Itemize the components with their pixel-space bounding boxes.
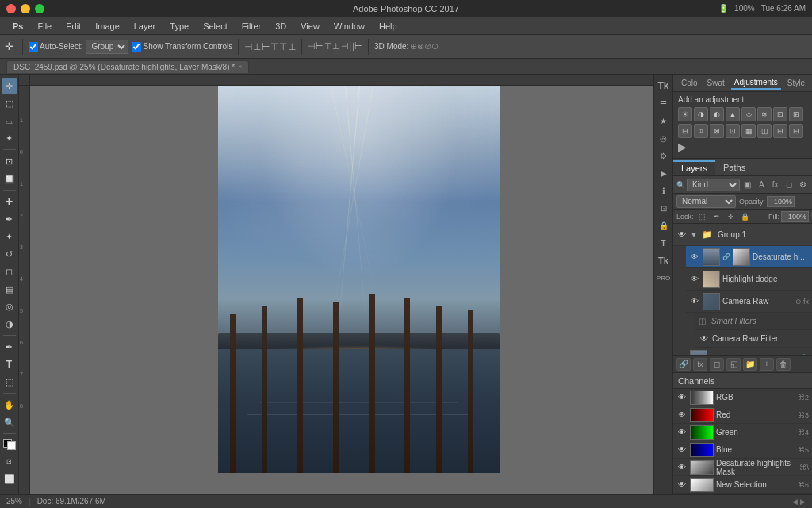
channel-red-eye[interactable]: 👁 (676, 410, 688, 421)
tab-color[interactable]: Colo (678, 77, 701, 89)
panel-icon-lock[interactable]: 🔒 (656, 217, 672, 233)
channel-rgb-eye[interactable]: 👁 (676, 392, 688, 403)
add-style-button[interactable]: fx (693, 358, 707, 371)
move-tool-icon[interactable]: ✛ (5, 40, 13, 52)
magic-wand-button[interactable]: ✦ (2, 130, 17, 146)
colorbal-adj-icon[interactable]: ≋ (757, 107, 772, 121)
align-left-icon[interactable]: ⊣ (244, 41, 252, 52)
panel-icon-gear[interactable]: ⚙ (656, 148, 672, 164)
crop-tool-button[interactable]: ⊡ (2, 153, 17, 169)
channel-desat-mask[interactable]: 👁 Desaturate highlights Mask ⌘\ (673, 459, 812, 476)
brightness-adj-icon[interactable]: ☀ (678, 107, 692, 121)
tab-adjustments[interactable]: Adjustments (731, 76, 781, 90)
menu-edit[interactable]: Edit (59, 20, 87, 33)
panel-icon-pro[interactable]: PRO (656, 270, 672, 286)
channel-sel-eye[interactable]: 👁 (676, 479, 688, 491)
canvas-viewport[interactable] (30, 86, 653, 494)
minimize-button[interactable] (21, 4, 30, 13)
align-center-v-icon[interactable]: ⊤ (279, 41, 287, 52)
panel-icon-circle[interactable]: ◎ (656, 130, 672, 146)
layer-filter-select[interactable]: Kind Name Effect (687, 179, 740, 191)
tk-panel-icon[interactable]: Tk (656, 78, 672, 94)
layer-visibility-filter[interactable]: 👁 (699, 333, 710, 344)
layer-filter-icon1[interactable]: ▣ (741, 179, 753, 191)
menu-help[interactable]: Help (373, 20, 404, 33)
camera-raw-filter-row[interactable]: 👁 Camera Raw Filter (695, 330, 812, 348)
align-top-icon[interactable]: ⊤ (270, 41, 278, 52)
new-fill-adj-button[interactable]: ◱ (726, 358, 741, 371)
invert-icon[interactable]: ⊠ (710, 124, 724, 138)
link-layers-button[interactable]: 🔗 (676, 358, 691, 371)
layer-camera-raw[interactable]: 👁 Camera Raw ⊙ fx (686, 291, 812, 313)
layer-background[interactable]: 👁 Background 🔒 (673, 348, 812, 355)
eraser-button[interactable]: ◻ (2, 264, 17, 279)
group-expand-icon[interactable]: ▼ (690, 230, 698, 239)
quick-mask-button[interactable]: ⊡ (2, 453, 17, 469)
history-brush-button[interactable]: ↺ (2, 246, 17, 262)
lasso-tool-button[interactable]: ⌓ (2, 113, 17, 129)
maximize-button[interactable] (35, 4, 44, 13)
menu-type[interactable]: Type (163, 20, 195, 33)
auto-select-dropdown[interactable]: Group Layer (86, 40, 128, 54)
menu-image[interactable]: Image (89, 20, 126, 33)
panel-icon-info[interactable]: ℹ (656, 183, 672, 198)
photofilter-adj-icon[interactable]: ⊞ (789, 107, 803, 121)
heal-brush-button[interactable]: ✚ (2, 194, 17, 210)
exposure-adj-icon[interactable]: ◐ (710, 107, 724, 121)
vibrance-adj-icon[interactable]: ▲ (726, 107, 740, 121)
select-tool-button[interactable]: ⬚ (2, 95, 17, 111)
align-right-icon[interactable]: ⊢ (262, 41, 270, 52)
layer-filter-icon5[interactable]: ⚙ (797, 179, 809, 191)
channel-blue-eye[interactable]: 👁 (676, 444, 688, 456)
menu-3d[interactable]: 3D (269, 20, 293, 33)
channel-mixer-icon[interactable]: ⊟ (678, 124, 692, 138)
lock-transparent-icon[interactable]: ⬚ (697, 211, 708, 222)
curves-adj-icon[interactable]: ◑ (694, 107, 708, 121)
posterize-icon[interactable]: ⊡ (726, 124, 740, 138)
channel-mask-eye[interactable]: 👁 (676, 462, 688, 473)
threshold-icon[interactable]: ▦ (741, 124, 756, 138)
menu-layer[interactable]: Layer (128, 20, 163, 33)
selective-color-icon[interactable]: ⊟ (773, 124, 787, 138)
layer-filter-icon3[interactable]: fx (769, 179, 781, 191)
pen-tool-button[interactable]: ✒ (2, 339, 17, 355)
lock-image-icon[interactable]: ✒ (711, 211, 722, 222)
show-transform-checkbox[interactable] (132, 42, 141, 52)
blur-button[interactable]: ◎ (2, 298, 17, 314)
channel-blue[interactable]: 👁 Blue ⌘5 (673, 441, 812, 459)
gradient-button[interactable]: ▤ (2, 281, 17, 297)
close-button[interactable] (6, 4, 16, 13)
menu-ps[interactable]: Ps (6, 20, 29, 33)
opacity-input[interactable] (767, 196, 795, 207)
tab-close-button[interactable]: × (238, 63, 242, 71)
blend-mode-select[interactable]: Normal Multiply Screen Overlay (676, 195, 736, 208)
lock-position-icon[interactable]: ✛ (726, 211, 737, 222)
layer-link-desat[interactable]: 🔗 (722, 253, 730, 261)
layers-tab[interactable]: Layers (673, 160, 715, 175)
shape-tool-button[interactable]: ⬚ (2, 374, 17, 390)
add-mask-button[interactable]: ◻ (710, 358, 724, 371)
align-center-h-icon[interactable]: ⊥ (253, 41, 261, 52)
layer-filter-icon2[interactable]: A (756, 179, 768, 191)
channel-new-selection[interactable]: 👁 New Selection ⌘6 (673, 476, 812, 494)
document-tab[interactable]: DSC_2459.psd @ 25% (Desaturate highlight… (6, 60, 249, 73)
panel-icon-T[interactable]: T (656, 235, 672, 251)
background-color[interactable] (7, 441, 16, 450)
layer-visibility-bg[interactable]: 👁 (676, 353, 688, 356)
traffic-lights[interactable] (6, 4, 44, 13)
panel-icon-box[interactable]: ⊡ (656, 200, 672, 216)
menu-select[interactable]: Select (197, 20, 234, 33)
move-tool-button[interactable]: ✛ (2, 78, 17, 94)
new-group-button[interactable]: 📁 (743, 358, 757, 371)
layer-visibility-dodge[interactable]: 👁 (689, 274, 700, 285)
brush-tool-button[interactable]: ✒ (2, 211, 17, 227)
stamp-tool-button[interactable]: ✦ (2, 229, 17, 244)
color-lookup-icon[interactable]: ⌗ (694, 124, 708, 138)
layer-group-1[interactable]: 👁 ▼ 📁 Group 1 (673, 224, 812, 246)
tab-style[interactable]: Style (784, 77, 808, 89)
layer-filter-icon4[interactable]: ◻ (783, 179, 795, 191)
hsb-adj-icon[interactable]: ◇ (741, 107, 756, 121)
screen-mode-button[interactable]: ⬜ (2, 471, 17, 487)
fill-input[interactable] (781, 211, 809, 222)
panel-icon-star[interactable]: ★ (656, 113, 672, 129)
